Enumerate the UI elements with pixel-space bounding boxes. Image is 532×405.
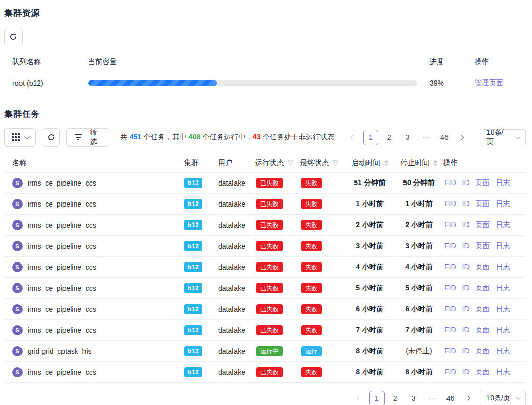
fid-link[interactable]: FID xyxy=(444,284,456,293)
final-status-badge: 失败 xyxy=(301,241,322,251)
log-link[interactable]: 日志 xyxy=(496,178,510,188)
page-button-3[interactable]: 3 xyxy=(400,130,415,145)
task-name: irms_ce_pipeline_ccs xyxy=(28,368,96,376)
page-ellipsis[interactable]: ··· xyxy=(418,130,434,145)
avatar: S xyxy=(12,199,23,209)
page-button-2[interactable]: 2 xyxy=(381,130,397,145)
task-table-body: S irms_ce_pipeline_ccs b12 datalake 已失败 … xyxy=(4,173,526,383)
next-page-button[interactable] xyxy=(461,391,475,405)
view-layout-button[interactable] xyxy=(4,128,36,147)
next-page-button[interactable] xyxy=(455,130,469,145)
page-button-46[interactable]: 46 xyxy=(443,391,458,405)
avatar: S xyxy=(12,346,23,356)
log-link[interactable]: 日志 xyxy=(496,220,510,230)
page-button-1[interactable]: 1 xyxy=(363,130,378,145)
id-link[interactable]: ID xyxy=(462,347,470,356)
fid-link[interactable]: FID xyxy=(444,326,456,335)
stop-time: 5 小时前 xyxy=(394,284,443,293)
fid-link[interactable]: FID xyxy=(444,199,456,209)
sort-icon[interactable] xyxy=(433,160,437,166)
page-link[interactable]: 页面 xyxy=(476,326,490,335)
log-link[interactable]: 日志 xyxy=(496,284,510,293)
capacity-progress-bar xyxy=(88,80,417,86)
final-status-badge: 失败 xyxy=(301,325,322,335)
start-time: 5 小时前 xyxy=(345,284,394,293)
id-link[interactable]: ID xyxy=(462,284,470,293)
page-link[interactable]: 页面 xyxy=(476,241,490,251)
log-link[interactable]: 日志 xyxy=(496,262,510,272)
fid-link[interactable]: FID xyxy=(444,262,456,272)
grid-view-icon xyxy=(12,133,20,141)
log-link[interactable]: 日志 xyxy=(496,241,510,251)
page-button-46[interactable]: 46 xyxy=(437,130,452,145)
log-link[interactable]: 日志 xyxy=(496,368,510,377)
page-button-2[interactable]: 2 xyxy=(388,391,403,405)
table-row: S grid grid_cptask_his b12 datalake 运行中 … xyxy=(4,341,526,362)
id-link[interactable]: ID xyxy=(462,262,470,272)
sort-icon[interactable] xyxy=(384,160,388,166)
id-link[interactable]: ID xyxy=(462,368,470,377)
table-row: S irms_ce_pipeline_ccs b12 datalake 已失败 … xyxy=(4,299,526,320)
cluster-badge: b12 xyxy=(184,262,202,272)
start-time: 51 分钟前 xyxy=(345,178,394,188)
col-stop-time: 停止时间 xyxy=(394,158,443,168)
page-button-1[interactable]: 1 xyxy=(369,391,385,405)
final-status-badge: 失败 xyxy=(301,304,322,314)
page-link[interactable]: 页面 xyxy=(476,220,490,230)
page-size-select[interactable]: 10条/页 xyxy=(480,129,526,146)
cluster-badge: b12 xyxy=(184,367,202,377)
filter-funnel-icon[interactable] xyxy=(287,160,294,167)
start-time: 8 小时前 xyxy=(345,368,394,377)
id-link[interactable]: ID xyxy=(462,326,470,335)
page-button-3[interactable]: 3 xyxy=(406,391,421,405)
prev-page-button[interactable] xyxy=(353,391,366,405)
progress-percent: 39% xyxy=(430,79,462,87)
fid-link[interactable]: FID xyxy=(444,368,456,377)
final-status-badge: 失败 xyxy=(301,178,322,188)
page-link[interactable]: 页面 xyxy=(476,262,490,272)
avatar: S xyxy=(12,241,23,251)
fid-link[interactable]: FID xyxy=(444,347,456,356)
cluster-badge: b12 xyxy=(184,325,202,335)
log-link[interactable]: 日志 xyxy=(496,347,510,356)
stop-time: 8 小时前 xyxy=(394,368,443,377)
id-link[interactable]: ID xyxy=(462,241,470,251)
page-link[interactable]: 页面 xyxy=(476,199,490,209)
page-link[interactable]: 页面 xyxy=(476,305,490,314)
cluster-badge: b12 xyxy=(184,220,202,230)
log-link[interactable]: 日志 xyxy=(496,326,510,335)
page-link[interactable]: 页面 xyxy=(476,178,490,188)
id-link[interactable]: ID xyxy=(462,199,470,209)
manage-page-link[interactable]: 管理页面 xyxy=(475,78,503,87)
page-ellipsis[interactable]: ··· xyxy=(424,391,440,405)
log-link[interactable]: 日志 xyxy=(496,305,510,314)
run-status-badge: 已失败 xyxy=(256,199,283,209)
id-link[interactable]: ID xyxy=(462,178,470,188)
tasks-table-header: 名称 集群 用户 运行状态 最终状态 启动时间 停止时间 操作 xyxy=(4,154,526,173)
page-size-value: 10条/页 xyxy=(486,128,510,147)
page-link[interactable]: 页面 xyxy=(476,284,490,293)
table-row: S irms_ce_pipeline_ccs b12 datalake 已失败 … xyxy=(4,362,526,383)
fid-link[interactable]: FID xyxy=(444,220,456,230)
cluster-badge: b12 xyxy=(184,178,202,188)
run-status-badge: 已失败 xyxy=(256,283,283,293)
page-link[interactable]: 页面 xyxy=(476,347,490,356)
fid-link[interactable]: FID xyxy=(444,305,456,314)
page-size-select[interactable]: 10条/页 xyxy=(480,390,526,405)
prev-page-button[interactable] xyxy=(347,130,360,145)
id-link[interactable]: ID xyxy=(462,305,470,314)
fid-link[interactable]: FID xyxy=(444,178,456,188)
log-link[interactable]: 日志 xyxy=(496,199,510,209)
tasks-refresh-button[interactable] xyxy=(42,128,60,147)
filter-funnel-icon[interactable] xyxy=(332,160,339,167)
col-run-status: 运行状态 xyxy=(255,158,300,168)
task-name: irms_ce_pipeline_ccs xyxy=(28,263,96,271)
tasks-table: 名称 集群 用户 运行状态 最终状态 启动时间 停止时间 操作 S irms_c… xyxy=(4,154,526,383)
filter-icon xyxy=(75,134,82,140)
fid-link[interactable]: FID xyxy=(444,241,456,251)
page-link[interactable]: 页面 xyxy=(476,368,490,377)
filter-button[interactable]: 筛选 xyxy=(66,128,109,147)
bottom-pagination-bar: 1 2 3 ··· 46 10条/页 xyxy=(4,390,526,405)
id-link[interactable]: ID xyxy=(462,220,470,230)
resources-refresh-button[interactable] xyxy=(4,28,23,46)
